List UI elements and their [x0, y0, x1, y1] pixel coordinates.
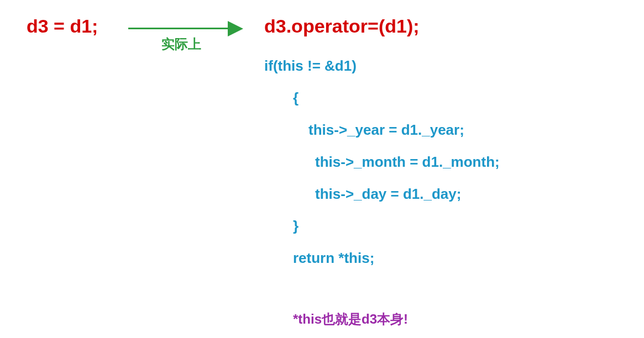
code-line-5: } [264, 210, 500, 242]
arrow-line [128, 28, 231, 29]
code-line-1: { [264, 82, 500, 114]
right-title: d3.operator=(d1); [264, 15, 420, 37]
diagram-stage: d3 = d1; 实际上 d3.operator=(d1); if(this !… [0, 0, 644, 338]
code-line-2: this->_year = d1._year; [264, 114, 500, 146]
code-line-4: this->_day = d1._day; [264, 178, 500, 210]
left-expression: d3 = d1; [27, 15, 98, 37]
code-line-0: if(this != &d1) [264, 50, 500, 82]
footnote: *this也就是d3本身! [293, 310, 408, 328]
arrow: 实际上 [128, 17, 255, 44]
code-line-3: this->_month = d1._month; [264, 146, 500, 178]
arrow-head-icon [228, 21, 243, 36]
code-line-6: return *this; [264, 242, 500, 274]
arrow-label: 实际上 [161, 35, 201, 53]
code-block: if(this != &d1) { this->_year = d1._year… [264, 50, 500, 274]
